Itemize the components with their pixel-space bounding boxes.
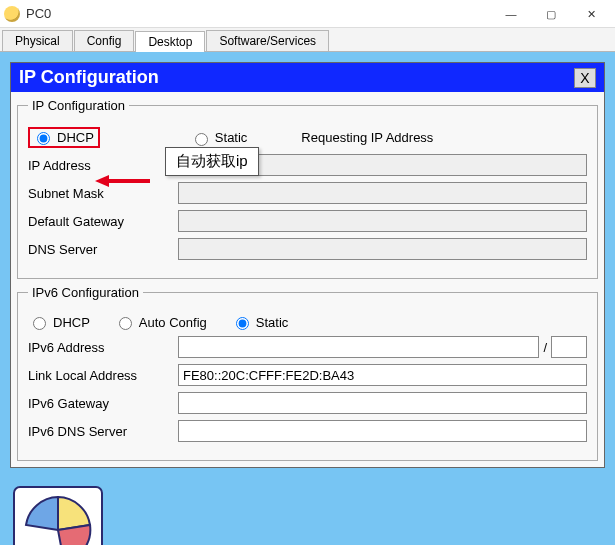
- ipv6-dhcp-label: DHCP: [53, 315, 90, 330]
- ipv6-gateway-label: IPv6 Gateway: [28, 396, 178, 411]
- ipv6-dns-label: IPv6 DNS Server: [28, 424, 178, 439]
- ipv6-dns-row: IPv6 DNS Server: [28, 420, 587, 442]
- ip-address-label: IP Address: [28, 158, 178, 173]
- ipv6-dns-input[interactable]: [178, 420, 587, 442]
- ipv6-static-radio[interactable]: Static: [231, 314, 289, 330]
- annotation-tooltip: 自动获取ip: [165, 147, 259, 176]
- default-gateway-label: Default Gateway: [28, 214, 178, 229]
- annotation-arrow-icon: [95, 173, 150, 189]
- desktop-area: IP Configuration X IP Configuration DHCP…: [0, 52, 615, 545]
- ipv6-gateway-input[interactable]: [178, 392, 587, 414]
- subnet-mask-input[interactable]: [178, 182, 587, 204]
- ip-configuration-title: IP Configuration: [19, 67, 574, 88]
- dns-server-row: DNS Server: [28, 238, 587, 260]
- ipv4-status-text: Requesting IP Address: [301, 130, 433, 145]
- main-tabs: Physical Config Desktop Software/Service…: [0, 28, 615, 52]
- ipv4-dhcp-radio[interactable]: DHCP: [28, 127, 100, 148]
- minimize-button[interactable]: —: [491, 0, 531, 28]
- ipv4-static-radio-input[interactable]: [195, 133, 208, 146]
- link-local-label: Link Local Address: [28, 368, 178, 383]
- dns-server-input[interactable]: [178, 238, 587, 260]
- app-icon: [4, 6, 20, 22]
- tab-physical[interactable]: Physical: [2, 30, 73, 51]
- tab-desktop[interactable]: Desktop: [135, 31, 205, 52]
- ipv6-address-label: IPv6 Address: [28, 340, 178, 355]
- ip-configuration-window: IP Configuration X IP Configuration DHCP…: [10, 62, 605, 468]
- ipv6-static-radio-input[interactable]: [236, 317, 249, 330]
- titlebar: PC0 — ▢ ✕: [0, 0, 615, 28]
- ipv6-mode-row: DHCP Auto Config Static: [28, 314, 587, 330]
- ipv6-autoconfig-label: Auto Config: [139, 315, 207, 330]
- link-local-input[interactable]: [178, 364, 587, 386]
- desktop-shortcut-icon[interactable]: [12, 485, 107, 545]
- ipv6-address-row: IPv6 Address /: [28, 336, 587, 358]
- ipv4-mode-row: DHCP Static Requesting IP Address: [28, 127, 587, 148]
- window-controls: — ▢ ✕: [491, 0, 611, 28]
- ipv6-address-input[interactable]: [178, 336, 539, 358]
- ipv6-dhcp-radio-input[interactable]: [33, 317, 46, 330]
- ipv4-legend: IP Configuration: [28, 98, 129, 113]
- ipv6-fieldset: IPv6 Configuration DHCP Auto Config Stat…: [17, 285, 598, 461]
- dns-server-label: DNS Server: [28, 242, 178, 257]
- tab-config[interactable]: Config: [74, 30, 135, 51]
- window-title: PC0: [26, 6, 491, 21]
- default-gateway-row: Default Gateway: [28, 210, 587, 232]
- ipv6-autoconfig-radio[interactable]: Auto Config: [114, 314, 207, 330]
- ipv6-autoconfig-radio-input[interactable]: [119, 317, 132, 330]
- tab-software-services[interactable]: Software/Services: [206, 30, 329, 51]
- ipv6-prefix-input[interactable]: [551, 336, 587, 358]
- ip-configuration-titlebar: IP Configuration X: [11, 63, 604, 92]
- ipv6-static-label: Static: [256, 315, 289, 330]
- close-button[interactable]: ✕: [571, 0, 611, 28]
- ipv4-dhcp-label: DHCP: [57, 130, 94, 145]
- maximize-button[interactable]: ▢: [531, 0, 571, 28]
- default-gateway-input[interactable]: [178, 210, 587, 232]
- ipv4-static-radio[interactable]: Static: [190, 130, 248, 146]
- ipv4-dhcp-radio-input[interactable]: [37, 132, 50, 145]
- ipv6-dhcp-radio[interactable]: DHCP: [28, 314, 90, 330]
- link-local-row: Link Local Address: [28, 364, 587, 386]
- ip-configuration-close-button[interactable]: X: [574, 68, 596, 88]
- ipv6-prefix-slash: /: [543, 340, 547, 355]
- ipv4-static-label: Static: [215, 130, 248, 145]
- ipv6-legend: IPv6 Configuration: [28, 285, 143, 300]
- ipv6-gateway-row: IPv6 Gateway: [28, 392, 587, 414]
